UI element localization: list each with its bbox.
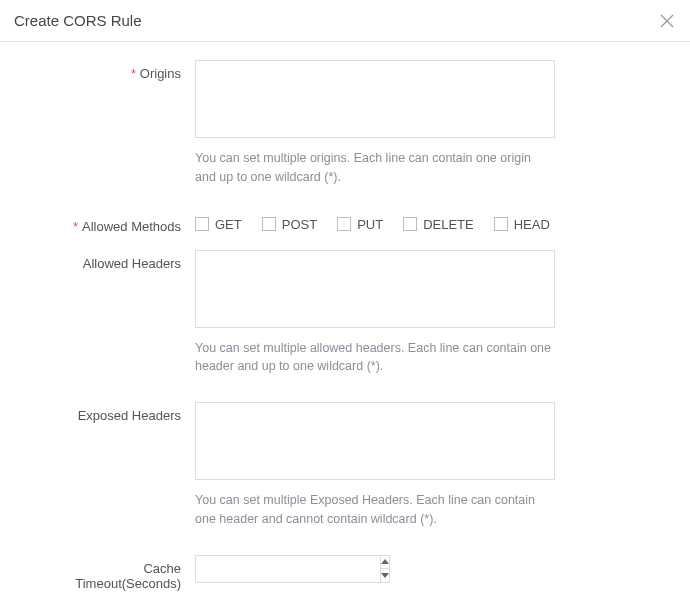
label-origins: *Origins <box>40 60 195 203</box>
row-allowed-methods: *Allowed Methods GET POST PUT DELETE <box>40 213 650 240</box>
control-allowed-headers: You can set multiple allowed headers. Ea… <box>195 250 555 393</box>
dialog-title: Create CORS Rule <box>14 12 142 29</box>
spinner-buttons <box>381 555 390 583</box>
close-icon[interactable] <box>660 14 674 28</box>
label-allowed-headers-text: Allowed Headers <box>83 256 181 271</box>
origins-hint: You can set multiple origins. Each line … <box>195 149 555 187</box>
exposed-headers-input[interactable] <box>195 402 555 480</box>
form-body: *Origins You can set multiple origins. E… <box>0 42 690 602</box>
label-cache-timeout-text: Cache Timeout(Seconds) <box>75 561 181 591</box>
required-marker: * <box>73 220 78 234</box>
checkbox-label: POST <box>282 217 317 232</box>
control-exposed-headers: You can set multiple Exposed Headers. Ea… <box>195 402 555 545</box>
control-allowed-methods: GET POST PUT DELETE HEAD <box>195 213 555 240</box>
required-marker: * <box>131 67 136 81</box>
control-cache-timeout <box>195 555 555 591</box>
origins-input[interactable] <box>195 60 555 138</box>
checkbox-method-post[interactable]: POST <box>262 217 317 232</box>
checkbox-label: DELETE <box>423 217 474 232</box>
label-allowed-methods: *Allowed Methods <box>40 213 195 240</box>
checkbox-label: GET <box>215 217 242 232</box>
control-origins: You can set multiple origins. Each line … <box>195 60 555 203</box>
allowed-headers-input[interactable] <box>195 250 555 328</box>
exposed-headers-hint: You can set multiple Exposed Headers. Ea… <box>195 491 555 529</box>
dialog-header: Create CORS Rule <box>0 0 690 42</box>
checkbox-box <box>494 217 508 231</box>
spinner-down-button[interactable] <box>381 569 389 582</box>
checkbox-box <box>403 217 417 231</box>
row-exposed-headers: Exposed Headers You can set multiple Exp… <box>40 402 650 545</box>
allowed-headers-hint: You can set multiple allowed headers. Ea… <box>195 339 555 377</box>
checkbox-method-head[interactable]: HEAD <box>494 217 550 232</box>
methods-checkbox-row: GET POST PUT DELETE HEAD <box>195 213 555 240</box>
cache-timeout-spinner <box>195 555 355 583</box>
label-exposed-headers: Exposed Headers <box>40 402 195 545</box>
label-allowed-headers: Allowed Headers <box>40 250 195 393</box>
checkbox-label: HEAD <box>514 217 550 232</box>
label-exposed-headers-text: Exposed Headers <box>78 408 181 423</box>
label-origins-text: Origins <box>140 66 181 81</box>
label-cache-timeout: Cache Timeout(Seconds) <box>40 555 195 591</box>
checkbox-method-get[interactable]: GET <box>195 217 242 232</box>
checkbox-box <box>337 217 351 231</box>
cache-timeout-input[interactable] <box>195 555 381 583</box>
checkbox-method-put[interactable]: PUT <box>337 217 383 232</box>
row-allowed-headers: Allowed Headers You can set multiple all… <box>40 250 650 393</box>
row-origins: *Origins You can set multiple origins. E… <box>40 60 650 203</box>
checkbox-box <box>262 217 276 231</box>
checkbox-label: PUT <box>357 217 383 232</box>
checkbox-box <box>195 217 209 231</box>
checkbox-method-delete[interactable]: DELETE <box>403 217 474 232</box>
spinner-up-button[interactable] <box>381 556 389 570</box>
label-allowed-methods-text: Allowed Methods <box>82 219 181 234</box>
row-cache-timeout: Cache Timeout(Seconds) <box>40 555 650 591</box>
